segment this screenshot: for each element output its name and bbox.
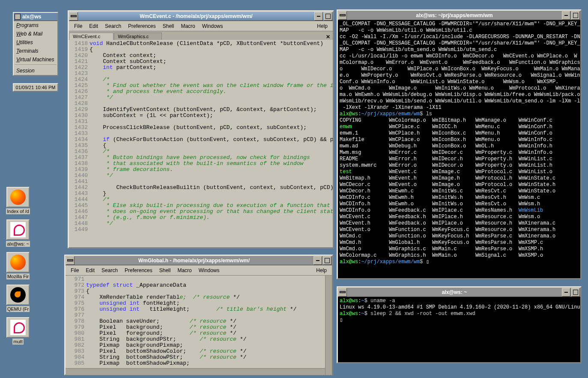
menubar: FileEditSearchPreferencesShellMacroWindo… — [69, 21, 333, 31]
icon-label: alx@ws: ~ — [6, 241, 30, 247]
menu-macro[interactable]: Macro — [177, 22, 198, 30]
menu-item[interactable]: Web & Mail — [14, 30, 57, 38]
icon-label: mutt — [12, 339, 23, 345]
menu-item[interactable]: Utilities — [14, 38, 57, 47]
desktop-icon[interactable]: QEMU (Fr — [5, 285, 31, 313]
menu-icon[interactable] — [15, 14, 21, 20]
menu-shell[interactable]: Shell — [156, 267, 174, 274]
menu-macro[interactable]: Macro — [174, 267, 195, 274]
terminal-window-home: alx@ws: ~ alx@ws:~$ uname -a Linux ws 4.… — [337, 286, 582, 363]
titlebar[interactable]: WmGlobal.h - /home/alx/prj/xapps/emwm/wm… — [66, 256, 332, 265]
menu-edit[interactable]: Edit — [82, 267, 98, 274]
menu-shell[interactable]: Shell — [159, 22, 178, 30]
debian-icon — [10, 320, 26, 335]
terminal-window-build: alx@ws: ~/prj/xapps/emwm/wm _OL_COMPAT -… — [337, 9, 582, 279]
root-menu: alx@ws ProgramsWeb & MailUtilitiesTermin… — [13, 12, 58, 76]
qemu-icon — [10, 287, 26, 303]
root-menu-title: alx@ws — [14, 13, 57, 21]
menu-item-session[interactable]: Session — [14, 66, 57, 75]
editor-window-wmcevent: WmCEvent.c - /home/alx/prj/xapps/emwm/wm… — [68, 10, 334, 249]
window-title: alx@ws: ~/prj/xapps/emwm/wm — [347, 12, 561, 18]
close-tab-button[interactable]: ✕ — [323, 34, 333, 40]
titlebar[interactable]: alx@ws: ~ — [338, 288, 580, 297]
window-menu-button[interactable] — [69, 12, 78, 21]
firefox-icon — [10, 255, 26, 270]
code-area[interactable]: 1418void HandleCButtonRelease (ClientDat… — [69, 40, 333, 246]
icon-label: Index of /d — [6, 208, 30, 214]
tab[interactable]: WmGraphics.c — [114, 33, 162, 40]
clock: 01/09/21 10:46 PM — [13, 83, 58, 92]
menu-item[interactable]: Virtual Machines — [14, 55, 57, 64]
terminal[interactable]: _OL_COMPAT -DNO_MESSAGE_CATALOG -DMWMRCD… — [338, 20, 580, 278]
minimize-button[interactable] — [313, 256, 322, 265]
window-menu-button[interactable] — [338, 11, 347, 20]
menu-windows[interactable]: Windows — [195, 267, 223, 274]
debian-icon — [10, 222, 26, 237]
window-menu-button[interactable] — [338, 288, 347, 297]
code-area[interactable]: 971 972typedef struct _AppearanceData 97… — [66, 276, 332, 368]
desktop-icon[interactable]: alx@ws: ~ — [5, 219, 31, 248]
desktop-icon[interactable]: Index of /d — [5, 187, 31, 215]
titlebar[interactable]: alx@ws: ~/prj/xapps/emwm/wm — [338, 11, 580, 20]
menu-search[interactable]: Search — [101, 22, 125, 30]
icon-label: Mozilla Fir — [6, 273, 30, 279]
menu-preferences[interactable]: Preferences — [121, 267, 156, 274]
editor-window-wmglobal: WmGlobal.h - /home/alx/prj/xapps/emwm/wm… — [64, 255, 333, 375]
scrollbar-horizontal[interactable] — [66, 368, 325, 375]
terminal[interactable]: alx@ws:~$ uname -a Linux ws 4.19.0-13-am… — [338, 297, 580, 362]
titlebar[interactable]: WmCEvent.c - /home/alx/prj/xapps/emwm/wm… — [69, 12, 333, 21]
root-menu-title-text: alx@ws — [22, 14, 41, 20]
tab[interactable]: WmCEvent.c — [69, 33, 113, 40]
menu-search[interactable]: Search — [98, 267, 121, 274]
minimize-button[interactable] — [314, 12, 323, 21]
maximize-button[interactable] — [571, 288, 580, 297]
firefox-icon — [10, 189, 26, 205]
menu-help[interactable]: Help — [313, 267, 330, 274]
maximize-button[interactable] — [324, 12, 332, 21]
desktop-icon[interactable]: mutt — [5, 317, 31, 345]
scrollbar-vertical[interactable] — [325, 276, 332, 375]
icon-label: QEMU (Fr — [6, 306, 30, 312]
menu-separator — [15, 65, 57, 66]
maximize-button[interactable] — [323, 256, 331, 265]
menu-windows[interactable]: Windows — [199, 22, 227, 30]
tabbar: WmCEvent.cWmGraphics.c✕ — [69, 31, 333, 40]
minimize-button[interactable] — [562, 288, 570, 297]
window-title: WmGlobal.h - /home/alx/prj/xapps/emwm/wm… — [75, 258, 313, 264]
window-menu-button[interactable] — [66, 256, 75, 265]
window-title: WmCEvent.c - /home/alx/prj/xapps/emwm/wm… — [78, 13, 314, 19]
menu-preferences[interactable]: Preferences — [125, 22, 159, 30]
menu-item[interactable]: Terminals — [14, 47, 57, 55]
menu-item[interactable]: Programs — [14, 21, 57, 30]
window-title: alx@ws: ~ — [347, 289, 561, 295]
desktop-icon[interactable]: Mozilla Fir — [5, 252, 31, 280]
menu-edit[interactable]: Edit — [86, 22, 101, 30]
menubar: FileEditSearchPreferencesShellMacroWindo… — [66, 265, 332, 276]
maximize-button[interactable] — [571, 11, 580, 20]
minimize-button[interactable] — [562, 11, 570, 20]
menu-file[interactable]: File — [67, 267, 82, 274]
menu-help[interactable]: Help — [313, 22, 331, 30]
menu-file[interactable]: File — [71, 22, 86, 30]
